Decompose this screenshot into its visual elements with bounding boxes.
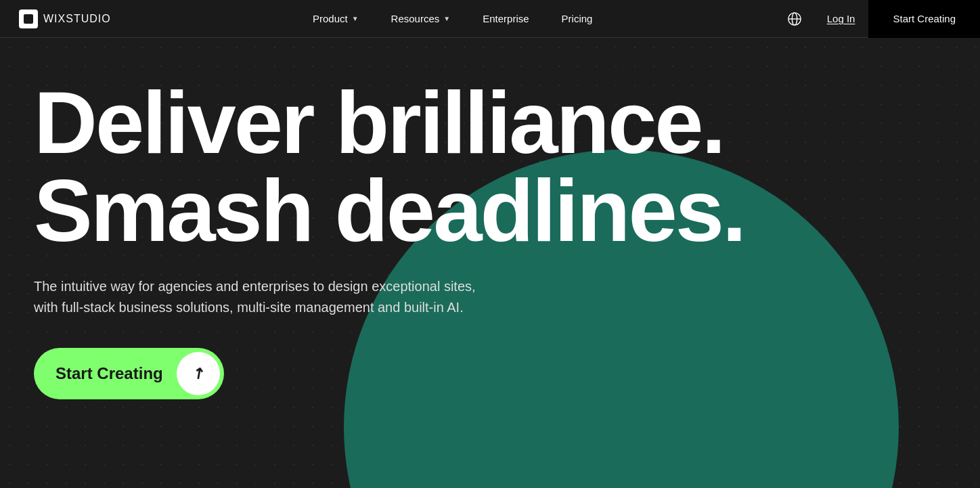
navbar-right: Log In Start Creating <box>776 0 980 38</box>
globe-icon <box>787 12 802 26</box>
cta-arrow-circle: ↗ <box>177 352 220 395</box>
login-button[interactable]: Log In <box>814 0 869 38</box>
nav-pricing[interactable]: Pricing <box>545 0 609 38</box>
arrow-icon: ↗ <box>188 363 208 384</box>
nav-enterprise[interactable]: Enterprise <box>466 0 545 38</box>
hero-content: Deliver brilliance. Smash deadlines. The… <box>0 38 980 399</box>
hero-subtext: The intuitive way for agencies and enter… <box>34 276 575 318</box>
nav-resources[interactable]: Resources ▼ <box>375 0 467 38</box>
start-creating-hero-button[interactable]: Start Creating ↗ <box>34 348 224 399</box>
language-selector[interactable] <box>776 0 814 38</box>
navbar: WIXSTUDIO Product ▼ Resources ▼ Enterpri… <box>0 0 980 38</box>
hero-section: Deliver brilliance. Smash deadlines. The… <box>0 38 980 488</box>
logo[interactable]: WIXSTUDIO <box>0 9 130 28</box>
hero-headline: Deliver brilliance. Smash deadlines. <box>34 79 946 254</box>
cta-label: Start Creating <box>55 364 163 383</box>
nav-links: Product ▼ Resources ▼ Enterprise Pricing <box>130 0 776 38</box>
chevron-down-icon: ▼ <box>443 15 450 22</box>
chevron-down-icon: ▼ <box>352 15 359 22</box>
start-creating-nav-button[interactable]: Start Creating <box>868 0 980 38</box>
logo-text: WIXSTUDIO <box>43 13 111 25</box>
nav-product[interactable]: Product ▼ <box>296 0 375 38</box>
logo-icon <box>19 9 38 28</box>
